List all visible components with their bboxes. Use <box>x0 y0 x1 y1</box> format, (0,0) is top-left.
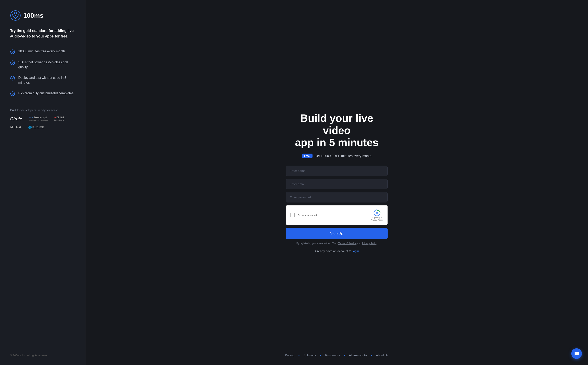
check-icon-3 <box>10 91 15 96</box>
terms-of-service-link[interactable]: Terms of Service <box>338 242 357 245</box>
built-for-label: Built for developers, ready for scale <box>10 108 75 112</box>
left-panel: 100ms Try the gold-standard for adding l… <box>0 0 85 365</box>
captcha-checkbox[interactable] <box>290 213 295 217</box>
svg-point-4 <box>11 61 15 65</box>
feature-item-1: SDKs that power best-in-class call quali… <box>10 60 75 70</box>
recaptcha-icon <box>373 209 381 217</box>
footer-nav: Pricing Solutions Resources Alternative … <box>281 353 393 357</box>
logo-text: 100ms <box>23 12 44 19</box>
tagline: Try the gold-standard for adding live au… <box>10 28 75 39</box>
captcha-left: I'm not a robot <box>290 213 317 217</box>
footer-nav-alternative[interactable]: Alternative to <box>345 353 371 357</box>
brand-row-1: Circle ✦ ✦ ✦ Townscript A BuddyBoss Ente… <box>10 116 75 122</box>
brand-row-2: ⅯEGA 🌐 Kutumb <box>10 125 75 129</box>
footer-nav-resources[interactable]: Resources <box>321 353 344 357</box>
signup-form: I'm not a robot reCAPTCHA Privacy · Term… <box>286 166 388 253</box>
logo-icon <box>10 10 21 21</box>
brand-logos: Circle ✦ ✦ ✦ Townscript A BuddyBoss Ente… <box>10 116 75 129</box>
free-text: Get 10,000 FREE minutes every month <box>315 154 371 158</box>
features-list: 10000 minutes free every month SDKs that… <box>10 49 75 96</box>
feature-item-2: Deploy and test without code in 5 minute… <box>10 75 75 85</box>
chat-button[interactable] <box>571 348 582 359</box>
captcha-right: reCAPTCHA Privacy · Terms <box>371 209 383 221</box>
brand-kutumb: 🌐 Kutumb <box>28 126 44 129</box>
footer-nav-solutions[interactable]: Solutions <box>299 353 320 357</box>
captcha-brand: reCAPTCHA <box>372 217 382 219</box>
brand-mega: ⅯEGA <box>10 125 22 129</box>
password-input[interactable] <box>286 192 388 203</box>
feature-text-2: Deploy and test without code in 5 minute… <box>18 75 75 85</box>
check-icon-0 <box>10 49 15 54</box>
check-icon-2 <box>10 76 15 81</box>
free-badge: Free! <box>302 154 312 158</box>
captcha-links: Privacy · Terms <box>371 219 383 221</box>
brand-townscript: ✦ ✦ ✦ Townscript A BuddyBoss Enterprise <box>28 116 48 122</box>
footer-nav-about[interactable]: About Us <box>372 353 393 357</box>
form-container: Build your live video app in 5 minutes F… <box>286 112 388 253</box>
name-input[interactable] <box>286 166 388 176</box>
logo-area: 100ms <box>10 10 75 21</box>
terms-text: By registering you agree to the 100ms Te… <box>286 242 388 245</box>
brand-circle: Circle <box>10 116 22 122</box>
signup-button[interactable]: Sign Up <box>286 228 388 239</box>
copyright: © 100ms, Inc. All rights reserved. <box>10 354 75 357</box>
footer-nav-pricing[interactable]: Pricing <box>281 353 298 357</box>
svg-point-6 <box>11 92 15 96</box>
login-link[interactable]: Login <box>351 249 359 253</box>
captcha-box[interactable]: I'm not a robot reCAPTCHA Privacy · Term… <box>286 205 388 225</box>
chat-icon <box>574 351 579 356</box>
feature-text-3: Pick from fully customizable templates <box>18 91 74 96</box>
svg-point-3 <box>11 50 15 54</box>
brand-digital-insider: ● DigitalInsider✓ <box>54 116 65 122</box>
feature-item-0: 10000 minutes free every month <box>10 49 75 54</box>
main-heading: Build your live video app in 5 minutes <box>286 112 388 149</box>
privacy-policy-link[interactable]: Privacy Policy <box>362 242 377 245</box>
svg-point-2 <box>15 15 16 16</box>
captcha-label: I'm not a robot <box>297 213 317 217</box>
check-icon-1 <box>10 60 15 65</box>
feature-text-0: 10000 minutes free every month <box>18 49 65 54</box>
svg-point-5 <box>11 76 15 80</box>
free-badge-row: Free! Get 10,000 FREE minutes every mont… <box>302 154 371 158</box>
email-input[interactable] <box>286 179 388 189</box>
login-row: Already have an account ? Login <box>286 249 388 253</box>
feature-item-3: Pick from fully customizable templates <box>10 91 75 96</box>
right-panel: Build your live video app in 5 minutes F… <box>85 0 588 365</box>
feature-text-1: SDKs that power best-in-class call quali… <box>18 60 75 70</box>
